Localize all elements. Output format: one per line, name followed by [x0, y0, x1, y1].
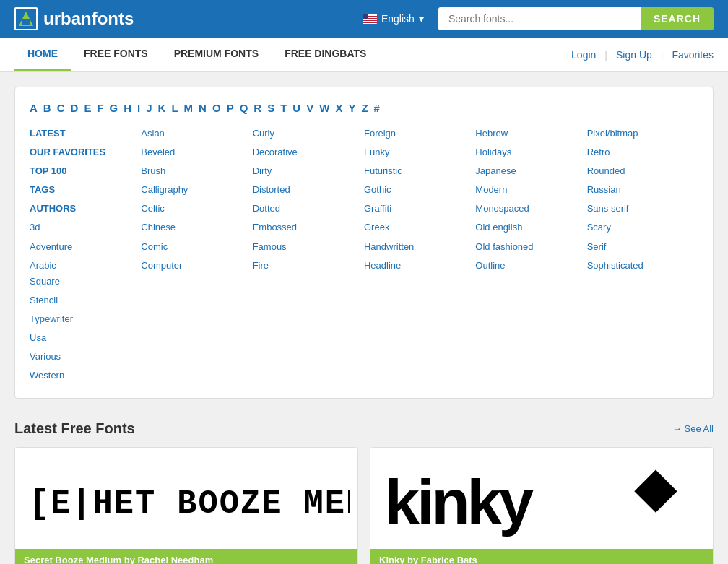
alpha-f[interactable]: F — [97, 102, 103, 114]
alpha-z[interactable]: Z — [361, 102, 368, 114]
alpha-c[interactable]: C — [57, 102, 65, 114]
alpha-n[interactable]: N — [199, 102, 207, 114]
cat-scary[interactable]: Scary — [587, 220, 698, 235]
cat-sans-serif[interactable]: Sans serif — [587, 201, 698, 217]
cat-celtic[interactable]: Celtic — [141, 201, 252, 217]
cat-beveled[interactable]: Beveled — [141, 144, 252, 160]
cat-modern[interactable]: Modern — [475, 182, 586, 198]
cat-top-100[interactable]: TOP 100 — [30, 163, 141, 179]
cat-adventure[interactable]: Adventure — [30, 239, 141, 255]
cat-japanese[interactable]: Japanese — [475, 163, 586, 179]
alpha-b[interactable]: B — [43, 102, 51, 114]
svg-rect-2 — [22, 19, 30, 25]
cat-brush[interactable]: Brush — [141, 163, 252, 179]
cat-handwritten[interactable]: Handwritten — [364, 239, 475, 255]
cat-various[interactable]: Various — [30, 349, 141, 365]
cat-greek[interactable]: Greek — [364, 220, 475, 235]
cat-comic[interactable]: Comic — [141, 239, 252, 255]
alpha-u[interactable]: U — [292, 102, 300, 114]
alpha-o[interactable]: O — [212, 102, 221, 114]
cat-asian[interactable]: Asian — [141, 126, 252, 142]
alpha-p[interactable]: P — [227, 102, 234, 114]
cat-our-favorites[interactable]: OUR FAVORITES — [30, 144, 141, 160]
cat-usa[interactable]: Usa — [30, 330, 141, 346]
cat-headline[interactable]: Headline — [364, 258, 475, 274]
alpha-q[interactable]: Q — [240, 102, 248, 114]
cat-dirty[interactable]: Dirty — [253, 163, 364, 179]
cat-retro[interactable]: Retro — [587, 144, 698, 160]
alpha-y[interactable]: Y — [348, 102, 355, 114]
cat-rounded[interactable]: Rounded — [587, 163, 698, 179]
cat-old-fashioned[interactable]: Old fashioned — [475, 239, 586, 255]
cat-foreign[interactable]: Foreign — [364, 126, 475, 142]
see-all-link[interactable]: → See All — [672, 423, 714, 434]
cat-russian[interactable]: Russian — [587, 182, 698, 198]
cat-western[interactable]: Western — [30, 368, 141, 383]
alpha-w[interactable]: W — [319, 102, 329, 114]
signup-link[interactable]: Sign Up — [616, 49, 652, 61]
font-card-kinky[interactable]: kinky Kinky by Fabrice Bats — [370, 447, 714, 564]
alpha-l[interactable]: L — [171, 102, 178, 114]
alpha-h[interactable]: H — [124, 102, 131, 114]
cat-fire[interactable]: Fire — [253, 258, 364, 274]
alpha-t[interactable]: T — [280, 102, 287, 114]
font-card-label-secret-booze: Secret Booze Medium by Rachel Needham — [15, 549, 358, 564]
alpha-g[interactable]: G — [110, 102, 118, 114]
cat-tags[interactable]: TAGS — [30, 182, 141, 198]
cat-stencil[interactable]: Stencil — [30, 292, 141, 308]
alpha-x[interactable]: X — [335, 102, 342, 114]
cat-chinese[interactable]: Chinese — [141, 220, 252, 235]
cat-hebrew[interactable]: Hebrew — [475, 126, 586, 142]
alpha-d[interactable]: D — [71, 102, 79, 114]
cat-graffiti[interactable]: Graffiti — [364, 201, 475, 217]
cat-sophisticated[interactable]: Sophisticated — [587, 258, 698, 274]
cat-authors[interactable]: AUTHORS — [30, 201, 141, 217]
nav-premium-fonts[interactable]: PREMIUM FONTS — [161, 38, 272, 71]
alpha-v[interactable]: V — [306, 102, 313, 114]
cat-latest[interactable]: LATEST — [30, 126, 141, 142]
nav-divider-1: | — [604, 49, 607, 61]
alpha-j[interactable]: J — [146, 102, 152, 114]
login-link[interactable]: Login — [571, 49, 596, 61]
cat-funky[interactable]: Funky — [364, 144, 475, 160]
cat-curly[interactable]: Curly — [253, 126, 364, 142]
alpha-r[interactable]: R — [254, 102, 261, 114]
cat-distorted[interactable]: Distorted — [253, 182, 364, 198]
nav-free-dingbats[interactable]: FREE DINGBATS — [272, 38, 379, 71]
cat-gothic[interactable]: Gothic — [364, 182, 475, 198]
cat-old-english[interactable]: Old english — [475, 220, 586, 235]
font-card-secret-booze[interactable]: [E|HET BOOZE MED|UM Secret Booze Medium … — [14, 447, 358, 564]
search-input[interactable] — [438, 7, 641, 30]
nav-free-fonts[interactable]: FREE FONTS — [71, 38, 161, 71]
alpha-k[interactable]: K — [158, 102, 166, 114]
cat-typewriter[interactable]: Typewriter — [30, 311, 141, 327]
logo[interactable]: urbanfonts — [14, 7, 134, 30]
alpha-i[interactable]: I — [137, 102, 140, 114]
kinky-svg: kinky — [378, 455, 706, 542]
cat-futuristic[interactable]: Futuristic — [364, 163, 475, 179]
cat-serif[interactable]: Serif — [587, 239, 698, 255]
cat-pixelbitmap[interactable]: Pixel/bitmap — [587, 126, 698, 142]
cat-monospaced[interactable]: Monospaced — [475, 201, 586, 217]
nav-home[interactable]: HOME — [14, 38, 71, 71]
alpha-s[interactable]: S — [267, 102, 274, 114]
cat-arabic[interactable]: Arabic — [30, 258, 141, 274]
cat-dotted[interactable]: Dotted — [253, 201, 364, 217]
cat-embossed[interactable]: Embossed — [253, 220, 364, 235]
cat-square[interactable]: Square — [30, 274, 141, 290]
cat-famous[interactable]: Famous — [253, 239, 364, 255]
cat-calligraphy[interactable]: Calligraphy — [141, 182, 252, 198]
alpha-#[interactable]: # — [374, 102, 380, 114]
cat-holidays[interactable]: Holidays — [475, 144, 586, 160]
favorites-link[interactable]: Favorites — [672, 49, 714, 61]
cat-computer[interactable]: Computer — [141, 258, 252, 274]
cat-3d[interactable]: 3d — [30, 220, 141, 235]
alpha-m[interactable]: M — [184, 102, 194, 114]
search-button[interactable]: SEARCH — [641, 7, 714, 30]
logo-svg — [16, 9, 36, 29]
alpha-e[interactable]: E — [84, 102, 91, 114]
cat-decorative[interactable]: Decorative — [253, 144, 364, 160]
language-selector[interactable]: English ▾ — [363, 13, 424, 25]
cat-outline[interactable]: Outline — [475, 258, 586, 274]
alpha-a[interactable]: A — [30, 102, 38, 114]
